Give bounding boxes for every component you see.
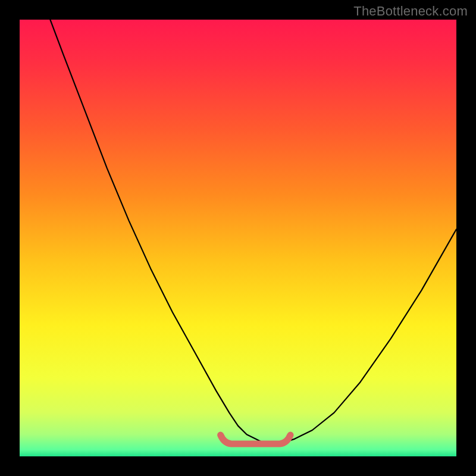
svg-rect-0 [20, 20, 456, 456]
chart-frame: TheBottleneck.com [0, 0, 476, 476]
plot-area [20, 20, 456, 456]
watermark-text: TheBottleneck.com [353, 4, 468, 19]
bottleneck-curve-chart [20, 20, 456, 456]
